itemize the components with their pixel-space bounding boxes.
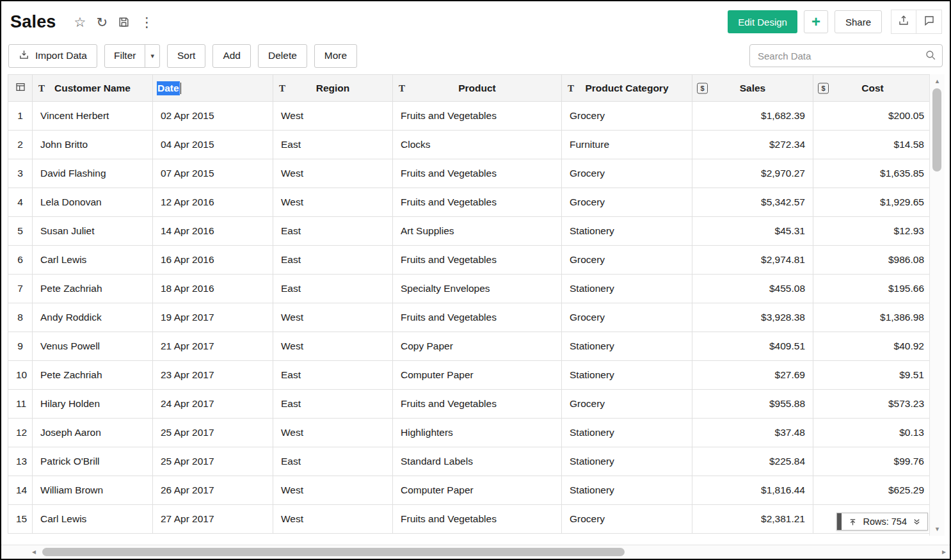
row-number[interactable]: 5 (8, 217, 33, 246)
scroll-down-arrow-icon[interactable]: ▾ (930, 525, 945, 533)
cell-product[interactable]: Copy Paper (393, 332, 562, 361)
cell-customer[interactable]: Carl Lewis (33, 505, 153, 534)
cell-region[interactable]: East (273, 275, 393, 303)
cell-category[interactable]: Stationery (562, 275, 692, 303)
cell-category[interactable]: Grocery (562, 159, 692, 188)
cell-region[interactable]: East (273, 390, 393, 419)
row-number[interactable]: 8 (8, 303, 33, 332)
add-button[interactable]: Add (212, 44, 251, 68)
more-button[interactable]: More (314, 44, 357, 68)
horizontal-scrollbar-thumb[interactable] (42, 548, 625, 556)
cell-date[interactable]: 26 Apr 2017 (153, 476, 273, 505)
save-icon[interactable] (118, 16, 130, 28)
cell-sales[interactable]: $455.08 (692, 275, 813, 303)
cell-date[interactable]: 23 Apr 2017 (153, 361, 273, 390)
cell-sales[interactable]: $2,970.27 (692, 159, 813, 188)
cell-cost[interactable]: $14.58 (813, 131, 932, 159)
cell-category[interactable]: Stationery (562, 332, 692, 361)
cell-cost[interactable]: $99.76 (813, 447, 932, 476)
scroll-up-arrow-icon[interactable]: ▴ (930, 77, 945, 85)
cell-region[interactable]: West (273, 102, 393, 131)
horizontal-scrollbar[interactable]: ◂ ▸ (1, 545, 950, 559)
cell-customer[interactable]: Pete Zachriah (33, 275, 153, 303)
filter-dropdown-caret[interactable]: ▾ (145, 45, 159, 67)
cell-date[interactable]: 02 Apr 2015 (153, 102, 273, 131)
column-header-customer[interactable]: TCustomer Name (33, 75, 153, 102)
cell-customer[interactable]: Joseph Aaron (33, 419, 153, 447)
cell-category[interactable]: Grocery (562, 303, 692, 332)
row-number[interactable]: 3 (8, 159, 33, 188)
row-number[interactable]: 2 (8, 131, 33, 159)
row-number[interactable]: 12 (8, 419, 33, 447)
cell-region[interactable]: East (273, 131, 393, 159)
cell-customer[interactable]: Hilary Holden (33, 390, 153, 419)
cell-cost[interactable]: $0.13 (813, 419, 932, 447)
import-data-button[interactable]: Import Data (8, 44, 97, 68)
row-number[interactable]: 4 (8, 188, 33, 217)
cell-category[interactable]: Stationery (562, 476, 692, 505)
go-to-top-icon[interactable] (848, 517, 858, 527)
cell-product[interactable]: Fruits and Vegetables (393, 390, 562, 419)
row-number[interactable]: 6 (8, 246, 33, 275)
cell-category[interactable]: Stationery (562, 217, 692, 246)
cell-date[interactable]: 21 Apr 2017 (153, 332, 273, 361)
column-header-region[interactable]: TRegion (273, 75, 393, 102)
vertical-scrollbar-thumb[interactable] (932, 88, 941, 172)
cell-sales[interactable]: $37.48 (692, 419, 813, 447)
row-number[interactable]: 1 (8, 102, 33, 131)
cell-product[interactable]: Fruits and Vegetables (393, 102, 562, 131)
column-header-product[interactable]: TProduct (393, 75, 562, 102)
row-number[interactable]: 13 (8, 447, 33, 476)
cell-customer[interactable]: Patrick O'Brill (33, 447, 153, 476)
row-number[interactable]: 14 (8, 476, 33, 505)
column-header-category[interactable]: TProduct Category (562, 75, 692, 102)
cell-product[interactable]: Standard Labels (393, 447, 562, 476)
cell-region[interactable]: West (273, 419, 393, 447)
cell-customer[interactable]: David Flashing (33, 159, 153, 188)
refresh-icon[interactable]: ↻ (96, 15, 108, 29)
cell-cost[interactable]: $986.08 (813, 246, 932, 275)
row-number[interactable]: 10 (8, 361, 33, 390)
cell-sales[interactable]: $2,974.81 (692, 246, 813, 275)
cell-category[interactable]: Furniture (562, 131, 692, 159)
scroll-left-arrow-icon[interactable]: ◂ (32, 547, 36, 556)
cell-product[interactable]: Computer Paper (393, 476, 562, 505)
cell-customer[interactable]: Carl Lewis (33, 246, 153, 275)
cell-region[interactable]: East (273, 217, 393, 246)
cell-product[interactable]: Fruits and Vegetables (393, 159, 562, 188)
cell-date[interactable]: 12 Apr 2016 (153, 188, 273, 217)
cell-sales[interactable]: $1,816.44 (692, 476, 813, 505)
cell-customer[interactable]: Venus Powell (33, 332, 153, 361)
cell-customer[interactable]: Susan Juliet (33, 217, 153, 246)
cell-product[interactable]: Fruits and Vegetables (393, 303, 562, 332)
cell-region[interactable]: East (273, 361, 393, 390)
filter-button[interactable]: Filter (105, 45, 145, 67)
cell-customer[interactable]: John Britto (33, 131, 153, 159)
cell-region[interactable]: East (273, 447, 393, 476)
cell-region[interactable]: West (273, 188, 393, 217)
cell-sales[interactable]: $27.69 (692, 361, 813, 390)
cell-product[interactable]: Fruits and Vegetables (393, 246, 562, 275)
cell-category[interactable]: Grocery (562, 246, 692, 275)
cell-date[interactable]: 16 Apr 2016 (153, 246, 273, 275)
cell-product[interactable]: Specialty Envelopes (393, 275, 562, 303)
cell-cost[interactable]: $40.92 (813, 332, 932, 361)
cell-sales[interactable]: $409.51 (692, 332, 813, 361)
cell-sales[interactable]: $225.84 (692, 447, 813, 476)
row-number[interactable]: 9 (8, 332, 33, 361)
edit-design-button[interactable]: Edit Design (728, 10, 797, 33)
cell-sales[interactable]: $1,682.39 (692, 102, 813, 131)
cell-date[interactable]: 27 Apr 2017 (153, 505, 273, 534)
cell-region[interactable]: West (273, 332, 393, 361)
cell-date[interactable]: 07 Apr 2015 (153, 159, 273, 188)
cell-date[interactable]: 25 Apr 2017 (153, 447, 273, 476)
add-new-button[interactable]: + (804, 10, 828, 33)
column-header-sales[interactable]: $Sales (692, 75, 813, 102)
cell-cost[interactable]: $9.51 (813, 361, 932, 390)
cell-date[interactable]: 04 Apr 2015 (153, 131, 273, 159)
cell-product[interactable]: Highlighters (393, 419, 562, 447)
cell-sales[interactable]: $955.88 (692, 390, 813, 419)
column-header-cost[interactable]: $Cost (813, 75, 932, 102)
cell-date[interactable]: 25 Apr 2017 (153, 419, 273, 447)
cell-cost[interactable]: $200.05 (813, 102, 932, 131)
